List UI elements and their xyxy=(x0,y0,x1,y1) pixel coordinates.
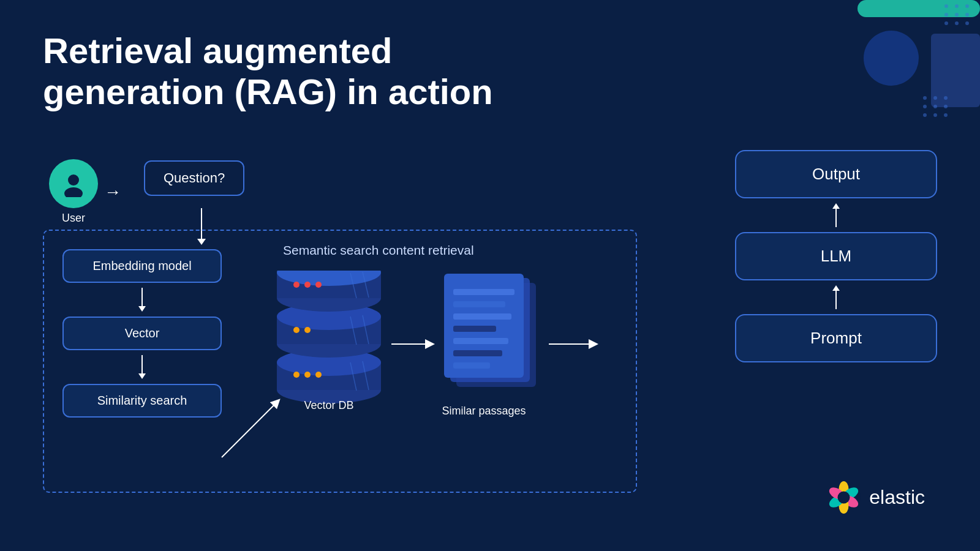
svg-point-5 xyxy=(965,4,969,8)
similar-passages-illustration: Similar passages xyxy=(441,271,545,424)
svg-point-16 xyxy=(933,105,937,108)
svg-point-21 xyxy=(68,174,79,186)
output-box: Output xyxy=(735,150,937,198)
vector-box: Vector xyxy=(62,317,222,350)
rag-process-box: Semantic search content retrieval Embedd… xyxy=(43,230,637,493)
svg-point-4 xyxy=(955,4,959,8)
svg-rect-0 xyxy=(858,0,980,17)
left-flow-panel: Embedding model Vector Similarity search xyxy=(62,249,222,418)
user-label: User xyxy=(62,212,85,225)
arrow-vector-to-similarity xyxy=(138,355,146,379)
elastic-logo-icon xyxy=(827,481,861,514)
svg-point-7 xyxy=(955,13,959,17)
svg-point-28 xyxy=(293,372,300,378)
svg-point-44 xyxy=(304,282,311,288)
svg-point-37 xyxy=(304,327,311,333)
svg-point-20 xyxy=(944,113,948,117)
arrow-prompt-to-llm xyxy=(832,285,840,309)
svg-point-22 xyxy=(64,187,83,197)
arrow-embedding-to-vector xyxy=(138,288,146,312)
svg-rect-57 xyxy=(453,326,496,332)
user-section: User xyxy=(49,159,98,225)
user-avatar-circle xyxy=(49,159,98,208)
arrow-passages-to-prompt xyxy=(548,338,600,350)
svg-point-15 xyxy=(923,105,927,108)
arrow-user-to-question: → xyxy=(104,182,121,202)
arrow-db-to-passages xyxy=(390,338,436,350)
question-box: Question? xyxy=(144,160,244,196)
svg-point-8 xyxy=(965,13,969,17)
svg-rect-60 xyxy=(453,362,490,369)
svg-point-17 xyxy=(944,105,948,108)
svg-point-13 xyxy=(933,96,937,100)
user-icon xyxy=(60,170,87,197)
embedding-model-box: Embedding model xyxy=(62,249,222,283)
svg-rect-2 xyxy=(931,34,980,107)
svg-rect-58 xyxy=(453,338,508,344)
svg-point-1 xyxy=(864,31,919,86)
svg-point-18 xyxy=(923,113,927,117)
semantic-search-label: Semantic search content retrieval xyxy=(283,243,474,258)
llm-box: LLM xyxy=(735,232,937,280)
prompt-box: Prompt xyxy=(735,314,937,362)
svg-rect-59 xyxy=(453,350,502,356)
right-panel: Output LLM Prompt xyxy=(735,150,937,362)
svg-point-3 xyxy=(944,4,948,8)
svg-rect-55 xyxy=(453,301,505,307)
svg-point-29 xyxy=(304,372,311,378)
bg-decoration xyxy=(796,0,980,135)
svg-rect-56 xyxy=(453,313,511,320)
svg-point-6 xyxy=(944,13,948,17)
svg-line-24 xyxy=(222,402,277,457)
svg-point-19 xyxy=(933,113,937,117)
svg-point-10 xyxy=(955,21,959,25)
elastic-brand-name: elastic xyxy=(869,486,925,509)
svg-point-45 xyxy=(315,282,322,288)
svg-point-14 xyxy=(944,96,948,100)
elastic-logo: elastic xyxy=(827,481,925,514)
svg-point-30 xyxy=(315,372,322,378)
vector-db-illustration: Vector DB xyxy=(271,271,387,411)
svg-point-71 xyxy=(838,492,850,504)
svg-point-11 xyxy=(965,21,969,25)
svg-text:Vector DB: Vector DB xyxy=(304,399,353,411)
svg-text:Similar passages: Similar passages xyxy=(442,405,526,417)
similarity-search-box: Similarity search xyxy=(62,384,222,418)
arrow-llm-to-output xyxy=(832,203,840,227)
svg-point-12 xyxy=(923,96,927,100)
svg-point-9 xyxy=(944,21,948,25)
svg-rect-54 xyxy=(453,289,514,295)
svg-point-43 xyxy=(293,282,300,288)
page-title: Retrieval augmented generation (RAG) in … xyxy=(43,31,493,112)
svg-point-36 xyxy=(293,327,300,333)
